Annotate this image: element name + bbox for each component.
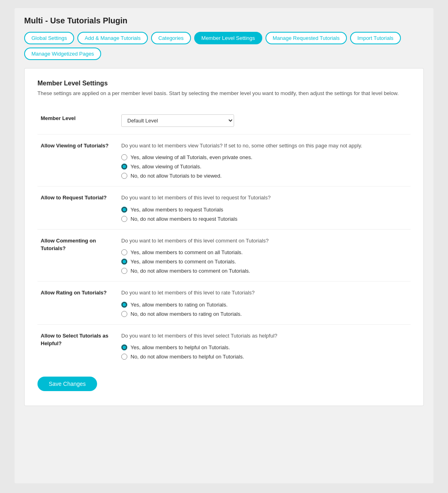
setting-row-allow-helpful: Allow to Select Tutorials as Helpful?Do … — [37, 324, 411, 367]
setting-content-allow-viewing: Do you want to let members view Tutorial… — [118, 134, 411, 186]
radio-label-helpful-yes: Yes, allow members to helpful on Tutoria… — [131, 344, 230, 350]
settings-table: Member Level Default LevelAdministratorE… — [37, 107, 411, 367]
radio-label-request-no: No, do not allow members to request Tuto… — [131, 216, 237, 222]
radio-group-allow-viewing: Yes, allow viewing of all Tutorials, eve… — [121, 154, 407, 179]
setting-row-allow-rating: Allow Rating on Tutorials?Do you want to… — [37, 282, 411, 325]
radio-option-helpful-yes[interactable]: Yes, allow members to helpful on Tutoria… — [121, 344, 407, 350]
page-container: Multi - Use Tutorials Plugin Global Sett… — [15, 8, 433, 483]
radio-input-request-yes[interactable] — [121, 207, 127, 213]
nav-tab-categories[interactable]: Categories — [151, 32, 191, 44]
radio-input-request-no[interactable] — [121, 216, 127, 222]
radio-option-helpful-no[interactable]: No, do not allow members to helpful on T… — [121, 354, 407, 360]
radio-label-rating-yes: Yes, allow members to rating on Tutorial… — [131, 302, 228, 308]
setting-question-allow-viewing: Do you want to let members view Tutorial… — [121, 142, 407, 150]
member-level-label: Member Level — [37, 107, 118, 135]
save-area: Save Changes — [37, 373, 411, 391]
radio-label-viewing-no: No, do not allow Tutorials to be viewed. — [131, 173, 222, 179]
radio-input-helpful-no[interactable] — [121, 354, 127, 360]
content-box: Member Level Settings These settings are… — [24, 68, 424, 406]
setting-row-allow-request: Allow to Request Tutorial?Do you want to… — [37, 186, 411, 230]
radio-label-viewing-all: Yes, allow viewing of all Tutorials, eve… — [131, 154, 252, 160]
setting-question-allow-request: Do you want to let members of this level… — [121, 194, 407, 202]
setting-row-allow-commenting: Allow Commenting on Tutorials?Do you wan… — [37, 229, 411, 282]
radio-group-allow-helpful: Yes, allow members to helpful on Tutoria… — [121, 344, 407, 360]
radio-input-viewing-yes[interactable] — [121, 164, 127, 170]
radio-label-request-yes: Yes, allow members to request Tutorials — [131, 207, 223, 213]
radio-label-helpful-no: No, do not allow members to helpful on T… — [131, 354, 244, 360]
setting-label-allow-rating: Allow Rating on Tutorials? — [37, 282, 118, 325]
radio-option-viewing-yes[interactable]: Yes, allow viewing of Tutorials. — [121, 164, 407, 170]
save-button[interactable]: Save Changes — [37, 377, 97, 391]
radio-label-comment-yes: Yes, allow members to comment on Tutoria… — [131, 259, 236, 265]
radio-input-comment-all[interactable] — [121, 249, 127, 255]
nav-tab-member-level-settings[interactable]: Member Level Settings — [194, 32, 262, 44]
member-level-row: Member Level Default LevelAdministratorE… — [37, 107, 411, 135]
setting-label-allow-request: Allow to Request Tutorial? — [37, 186, 118, 230]
nav-tab-manage-widgetized-pages[interactable]: Manage Widgetized Pages — [24, 48, 101, 60]
radio-label-comment-all: Yes, allow members to comment on all Tut… — [131, 249, 243, 255]
radio-input-rating-no[interactable] — [121, 311, 127, 317]
setting-label-allow-helpful: Allow to Select Tutorials as Helpful? — [37, 324, 118, 367]
setting-question-allow-commenting: Do you want to let members of this level… — [121, 237, 407, 245]
page-title: Multi - Use Tutorials Plugin — [24, 16, 424, 25]
nav-tab-add-manage-tutorials[interactable]: Add & Manage Tutorials — [77, 32, 148, 44]
radio-option-rating-no[interactable]: No, do not allow members to rating on Tu… — [121, 311, 407, 317]
nav-tab-manage-requested-tutorials[interactable]: Manage Requested Tutorials — [265, 32, 347, 44]
setting-question-allow-rating: Do you want to let members of this level… — [121, 289, 407, 297]
radio-input-viewing-all[interactable] — [121, 154, 127, 160]
radio-group-allow-commenting: Yes, allow members to comment on all Tut… — [121, 249, 407, 274]
nav-tab-import-tutorials[interactable]: Import Tutorials — [350, 32, 401, 44]
radio-option-viewing-no[interactable]: No, do not allow Tutorials to be viewed. — [121, 173, 407, 179]
setting-label-allow-commenting: Allow Commenting on Tutorials? — [37, 229, 118, 282]
member-level-select[interactable]: Default LevelAdministratorEditorAuthorSu… — [121, 114, 234, 127]
setting-row-allow-viewing: Allow Viewing of Tutorials?Do you want t… — [37, 134, 411, 186]
nav-tabs: Global SettingsAdd & Manage TutorialsCat… — [24, 32, 424, 60]
section-title: Member Level Settings — [37, 80, 411, 87]
section-desc: These settings are applied on a per memb… — [37, 89, 411, 97]
radio-option-request-no[interactable]: No, do not allow members to request Tuto… — [121, 216, 407, 222]
radio-option-viewing-all[interactable]: Yes, allow viewing of all Tutorials, eve… — [121, 154, 407, 160]
radio-input-helpful-yes[interactable] — [121, 344, 127, 350]
radio-option-comment-yes[interactable]: Yes, allow members to comment on Tutoria… — [121, 259, 407, 265]
setting-label-allow-viewing: Allow Viewing of Tutorials? — [37, 134, 118, 186]
member-level-content: Default LevelAdministratorEditorAuthorSu… — [118, 107, 411, 135]
radio-input-viewing-no[interactable] — [121, 173, 127, 179]
radio-input-comment-yes[interactable] — [121, 259, 127, 265]
radio-option-comment-no[interactable]: No, do not allow members to comment on T… — [121, 268, 407, 274]
radio-label-comment-no: No, do not allow members to comment on T… — [131, 268, 250, 274]
setting-question-allow-helpful: Do you want to let members of this level… — [121, 332, 407, 340]
radio-option-request-yes[interactable]: Yes, allow members to request Tutorials — [121, 207, 407, 213]
radio-group-allow-request: Yes, allow members to request TutorialsN… — [121, 207, 407, 222]
radio-option-rating-yes[interactable]: Yes, allow members to rating on Tutorial… — [121, 302, 407, 308]
nav-tab-global-settings[interactable]: Global Settings — [24, 32, 74, 44]
setting-content-allow-commenting: Do you want to let members of this level… — [118, 229, 411, 282]
setting-content-allow-helpful: Do you want to let members of this level… — [118, 324, 411, 367]
radio-option-comment-all[interactable]: Yes, allow members to comment on all Tut… — [121, 249, 407, 255]
radio-input-comment-no[interactable] — [121, 268, 127, 274]
radio-input-rating-yes[interactable] — [121, 302, 127, 308]
radio-label-viewing-yes: Yes, allow viewing of Tutorials. — [131, 164, 201, 170]
setting-content-allow-rating: Do you want to let members of this level… — [118, 282, 411, 325]
setting-content-allow-request: Do you want to let members of this level… — [118, 186, 411, 230]
radio-label-rating-no: No, do not allow members to rating on Tu… — [131, 311, 242, 317]
radio-group-allow-rating: Yes, allow members to rating on Tutorial… — [121, 302, 407, 317]
